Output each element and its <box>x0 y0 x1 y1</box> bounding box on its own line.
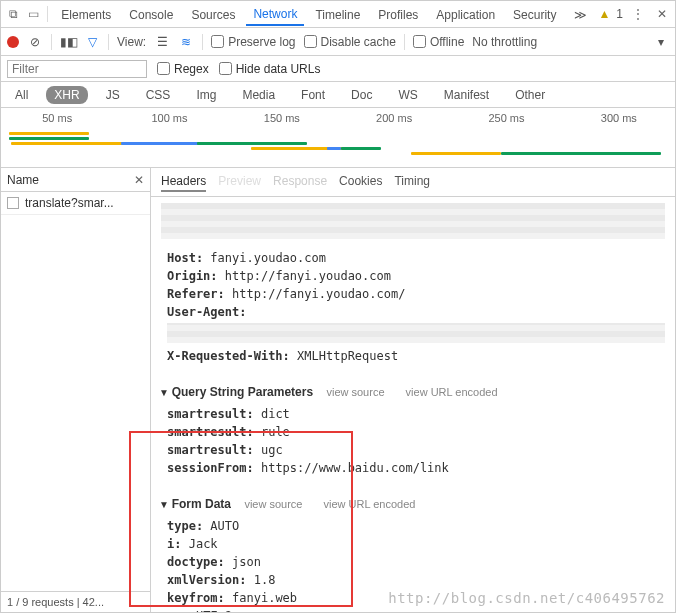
qsp-title: Query String Parameters <box>172 385 313 399</box>
timeline-overview[interactable]: 50 ms 100 ms 150 ms 200 ms 250 ms 300 ms <box>1 108 675 168</box>
main-split: Name ✕ translate?smar... 1 / 9 requests … <box>1 168 675 612</box>
warning-count: 1 <box>616 7 623 21</box>
network-toolbar: ⊘ ▮◧ ▽ View: ☰ ≋ Preserve log Disable ca… <box>1 28 675 56</box>
view-list-icon[interactable]: ☰ <box>154 35 170 49</box>
tab-profiles[interactable]: Profiles <box>371 3 425 26</box>
form-data-section: Form Data view source view URL encoded t… <box>151 485 675 612</box>
type-doc[interactable]: Doc <box>343 86 380 104</box>
type-img[interactable]: Img <box>188 86 224 104</box>
tick: 100 ms <box>113 112 225 124</box>
tab-console[interactable]: Console <box>122 3 180 26</box>
view-source-link[interactable]: view source <box>244 498 302 510</box>
name-column-header[interactable]: Name <box>7 173 39 187</box>
view-url-encoded-link[interactable]: view URL encoded <box>406 386 498 398</box>
tick: 250 ms <box>450 112 562 124</box>
tab-application[interactable]: Application <box>429 3 502 26</box>
hide-data-urls-option[interactable]: Hide data URLs <box>219 62 321 76</box>
type-font[interactable]: Font <box>293 86 333 104</box>
request-list: Name ✕ translate?smar... 1 / 9 requests … <box>1 168 151 612</box>
camera-icon[interactable]: ▮◧ <box>60 35 76 49</box>
redacted-block <box>167 323 665 343</box>
type-media[interactable]: Media <box>234 86 283 104</box>
offline-option[interactable]: Offline <box>413 35 464 49</box>
form-title: Form Data <box>172 497 231 511</box>
tabs-overflow[interactable]: ≫ <box>567 3 594 26</box>
status-bar: 1 / 9 requests | 42... <box>1 591 150 612</box>
file-icon <box>7 197 19 209</box>
main-tabbar: ⧉ ▭ Elements Console Sources Network Tim… <box>1 1 675 28</box>
clear-icon[interactable]: ⊘ <box>27 35 43 49</box>
view-source-link[interactable]: view source <box>326 386 384 398</box>
filter-icon[interactable]: ▽ <box>84 35 100 49</box>
disable-cache-option[interactable]: Disable cache <box>304 35 396 49</box>
detail-tab-headers[interactable]: Headers <box>161 172 206 192</box>
tick: 150 ms <box>226 112 338 124</box>
tab-sources[interactable]: Sources <box>184 3 242 26</box>
tab-timeline[interactable]: Timeline <box>308 3 367 26</box>
preserve-log-option[interactable]: Preserve log <box>211 35 295 49</box>
detail-tab-preview[interactable]: Preview <box>218 172 261 192</box>
throttling-select[interactable]: No throttling <box>472 35 537 49</box>
record-button[interactable] <box>7 36 19 48</box>
tick: 200 ms <box>338 112 450 124</box>
toolbar-chevron-icon[interactable]: ▾ <box>653 35 669 49</box>
tab-security[interactable]: Security <box>506 3 563 26</box>
inspect-icon[interactable]: ⧉ <box>5 7 21 21</box>
type-ws[interactable]: WS <box>390 86 425 104</box>
tick: 300 ms <box>563 112 675 124</box>
request-row[interactable]: translate?smar... <box>1 192 150 215</box>
filter-input[interactable] <box>7 60 147 78</box>
type-js[interactable]: JS <box>98 86 128 104</box>
detail-tab-cookies[interactable]: Cookies <box>339 172 382 192</box>
devtools-window: { "tabs": { "items": ["Elements","Consol… <box>0 0 676 613</box>
warning-icon[interactable]: ▲ <box>598 7 610 21</box>
type-manifest[interactable]: Manifest <box>436 86 497 104</box>
type-css[interactable]: CSS <box>138 86 179 104</box>
regex-option[interactable]: Regex <box>157 62 209 76</box>
close-icon[interactable]: ✕ <box>653 7 671 21</box>
type-xhr[interactable]: XHR <box>46 86 87 104</box>
view-label: View: <box>117 35 146 49</box>
filter-bar: Regex Hide data URLs <box>1 56 675 82</box>
type-filter-bar: All XHR JS CSS Img Media Font Doc WS Man… <box>1 82 675 108</box>
tick: 50 ms <box>1 112 113 124</box>
type-other[interactable]: Other <box>507 86 553 104</box>
tab-elements[interactable]: Elements <box>54 3 118 26</box>
timeline-bars <box>1 128 675 164</box>
request-headers-section: Host: fanyi.youdao.com Origin: http://fa… <box>151 245 675 373</box>
view-url-encoded-link[interactable]: view URL encoded <box>324 498 416 510</box>
device-icon[interactable]: ▭ <box>25 7 41 21</box>
menu-icon[interactable]: ⋮ <box>629 7 647 21</box>
detail-tabs: Headers Preview Response Cookies Timing <box>151 168 675 197</box>
tab-network[interactable]: Network <box>246 2 304 26</box>
type-all[interactable]: All <box>7 86 36 104</box>
detail-tab-response[interactable]: Response <box>273 172 327 192</box>
request-detail: Headers Preview Response Cookies Timing … <box>151 168 675 612</box>
redacted-block <box>161 203 665 239</box>
detail-tab-timing[interactable]: Timing <box>394 172 430 192</box>
close-details-icon[interactable]: ✕ <box>134 173 144 187</box>
request-name: translate?smar... <box>25 196 114 210</box>
view-waterfall-icon[interactable]: ≋ <box>178 35 194 49</box>
query-string-section: Query String Parameters view source view… <box>151 373 675 485</box>
